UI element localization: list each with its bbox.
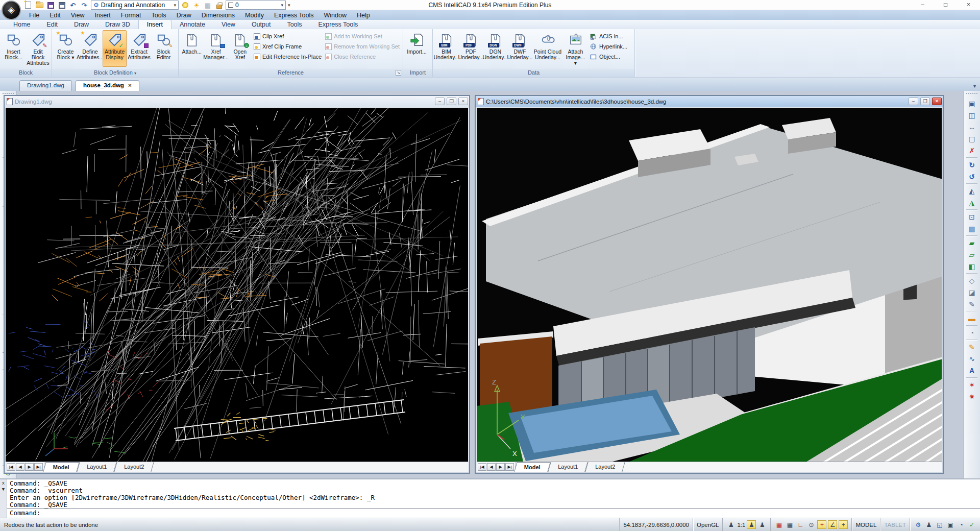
explode-icon[interactable]: ✶ xyxy=(966,379,978,391)
window-drawing1-titlebar[interactable]: Drawing1.dwg – ❒ × xyxy=(5,96,469,107)
menu-modify[interactable]: Modify xyxy=(240,11,268,20)
redo-icon[interactable]: ↷ xyxy=(80,1,89,9)
freeze-layer-icon[interactable]: ▦ xyxy=(203,1,212,9)
menu-dimensions[interactable]: Dimensions xyxy=(197,11,239,20)
house3d-tab-layout1[interactable]: Layout1 xyxy=(548,462,588,472)
xref-clip-frame-button[interactable]: Xref Clip Frame xyxy=(252,42,323,51)
block-definition-group-label[interactable]: Block Definition ▾ xyxy=(52,69,178,77)
bim-underlay-button[interactable]: BIM BIMUnderlay... xyxy=(434,30,458,67)
close-reference-button[interactable]: Close Reference xyxy=(324,52,401,61)
window-drawing1-restore[interactable]: ❒ xyxy=(447,98,456,105)
xref-manager-button[interactable]: XrefManager... xyxy=(204,30,228,67)
menu-insert[interactable]: Insert xyxy=(90,11,115,20)
open-xref-button[interactable]: ↓ OpenXref xyxy=(229,30,252,67)
window-house3d[interactable]: C:\Users\CMS\Documents\vhn\intellicad\fi… xyxy=(475,95,944,474)
ribbon-minimize-chevron[interactable]: ▾ xyxy=(973,83,976,89)
command-history[interactable]: Command: _QSAVE Command: _vscurrent Ente… xyxy=(7,479,980,509)
etrack-toggle-icon[interactable]: ∠ xyxy=(828,520,837,529)
window-drawing1[interactable]: Drawing1.dwg – ❒ × |◀ ◀ ▶ ▶| Model Layou… xyxy=(4,95,470,474)
lightbulb-icon[interactable] xyxy=(181,1,190,9)
app-restore-button[interactable]: □ xyxy=(934,0,957,10)
window-house3d-minimize[interactable]: – xyxy=(909,98,918,105)
pdf-underlay-button[interactable]: PDF PDFUnderlay... xyxy=(459,30,483,67)
sheet-prev-button[interactable]: ◀ xyxy=(16,463,24,471)
edit-block-attributes-button[interactable]: ✎ Edit BlockAttributes xyxy=(26,30,50,67)
copy-icon[interactable]: ▣ xyxy=(966,98,978,109)
menu-window[interactable]: Window xyxy=(320,11,351,20)
window-drawing1-minimize[interactable]: – xyxy=(435,98,445,105)
mirror-icon[interactable]: ◭ xyxy=(966,185,978,197)
tab-output[interactable]: Output xyxy=(243,20,279,29)
window-drawing1-close[interactable]: × xyxy=(458,98,468,105)
window-house3d-titlebar[interactable]: C:\Users\CMS\Documents\vhn\intellicad\fi… xyxy=(476,96,943,107)
measure-icon[interactable]: ▬ xyxy=(966,312,978,324)
sheet-first-button[interactable]: |◀ xyxy=(7,463,15,471)
command-close-button[interactable]: x xyxy=(2,480,5,486)
extrude-icon[interactable]: ▱ xyxy=(966,249,978,260)
tab-tools[interactable]: Tools xyxy=(279,20,310,29)
reference-dialog-launcher[interactable]: ↘ xyxy=(396,70,401,76)
drawing1-tab-model[interactable]: Model xyxy=(43,462,79,472)
modify-toolbar-drag-handle[interactable] xyxy=(966,93,977,96)
tab-insert[interactable]: Insert xyxy=(138,19,172,29)
house3d-tab-layout2[interactable]: Layout2 xyxy=(585,462,625,472)
menu-express-tools[interactable]: Express Tools xyxy=(270,11,318,20)
workspace-dropdown-arrow[interactable]: ▾ xyxy=(174,3,176,8)
tab-express-tools[interactable]: Express Tools xyxy=(310,20,366,29)
solid-edit-icon[interactable]: ▰ xyxy=(966,237,978,249)
lock-layer-icon[interactable] xyxy=(214,1,224,9)
array-icon[interactable]: ▦ xyxy=(966,223,978,234)
edit-text-icon[interactable]: A xyxy=(966,365,978,376)
reference-group-label[interactable]: Reference ↘ xyxy=(179,69,403,77)
scale-icon[interactable]: ⊡ xyxy=(966,211,978,223)
menu-draw[interactable]: Draw xyxy=(172,11,196,20)
lineweight-toggle-icon[interactable]: + xyxy=(839,520,848,529)
command-input[interactable]: Command: xyxy=(7,509,980,518)
sheet-next-button-2[interactable]: ▶ xyxy=(496,463,505,471)
rotate-3d-icon[interactable]: ↺ xyxy=(966,171,978,182)
fillet-chamfer-icon[interactable]: ◔ xyxy=(966,327,978,339)
drawing1-tab-layout2[interactable]: Layout2 xyxy=(114,462,154,472)
snap-toggle-icon[interactable]: ▦ xyxy=(774,520,783,529)
slice-icon[interactable]: ✎ xyxy=(966,298,978,310)
doc-tab-drawing1[interactable]: Drawing1.dwg xyxy=(19,80,72,91)
house3d-viewport[interactable]: Z Y X xyxy=(477,108,942,462)
rotate-icon[interactable]: ↻ xyxy=(966,159,978,171)
create-block-button[interactable]: ★ CreateBlock ▾ xyxy=(54,30,78,67)
insert-block-button[interactable]: InsertBlock... xyxy=(2,30,26,67)
sheet-first-button-2[interactable]: |◀ xyxy=(478,463,486,471)
cascade-windows-icon[interactable]: ▣ xyxy=(946,520,955,529)
attach-xref-button[interactable]: Attach... xyxy=(180,30,204,67)
remove-from-working-set-button[interactable]: Remove from Working Set xyxy=(324,42,401,51)
block-group-label[interactable]: Block xyxy=(0,69,52,77)
window-house3d-restore[interactable]: ❒ xyxy=(920,98,930,105)
add-to-working-set-button[interactable]: Add to Working Set xyxy=(324,32,401,41)
app-logo[interactable]: ◈ xyxy=(2,1,21,20)
import-group-label[interactable]: Import xyxy=(403,69,432,77)
hyperlink-button[interactable]: Hyperlink... xyxy=(588,42,629,51)
tablet-toggle[interactable]: TABLET xyxy=(884,522,906,528)
save-icon[interactable] xyxy=(46,1,55,9)
app-minimize-button[interactable]: – xyxy=(911,0,934,10)
mirror-3d-icon[interactable]: ◮ xyxy=(966,197,978,208)
model-space-toggle[interactable]: MODEL xyxy=(855,522,876,528)
extract-attributes-button[interactable]: ExtractAttributes xyxy=(127,30,151,67)
acis-in-button[interactable]: ACIS in... xyxy=(588,32,629,41)
menu-edit[interactable]: Edit xyxy=(45,11,65,20)
renderer-label[interactable]: OpenGL xyxy=(697,522,719,528)
tab-view[interactable]: View xyxy=(213,20,243,29)
tab-draw[interactable]: Draw xyxy=(66,20,97,29)
user-icon[interactable]: ♟ xyxy=(924,520,934,529)
dwf-underlay-button[interactable]: DWF DWFUnderlay... xyxy=(508,30,532,67)
ready-check-icon[interactable]: ✓ xyxy=(967,520,976,529)
brightness-icon[interactable]: ☀ xyxy=(192,1,201,9)
save-as-icon[interactable] xyxy=(57,1,66,9)
dgn-underlay-button[interactable]: DGN DGNUnderlay... xyxy=(483,30,507,67)
annotation-scale[interactable]: 1:1 xyxy=(737,522,745,528)
layer-select[interactable]: 0 ▾ xyxy=(226,1,286,10)
define-attributes-button[interactable]: ★ DefineAttributes... xyxy=(78,30,102,67)
block-editor-button[interactable]: ✎ BlockEditor xyxy=(152,30,176,67)
erase-icon[interactable]: ✗ xyxy=(966,144,978,156)
menu-format[interactable]: Format xyxy=(116,11,146,20)
cursor-coordinates[interactable]: 54.1837,-29.6636,0.0000 xyxy=(623,522,689,528)
